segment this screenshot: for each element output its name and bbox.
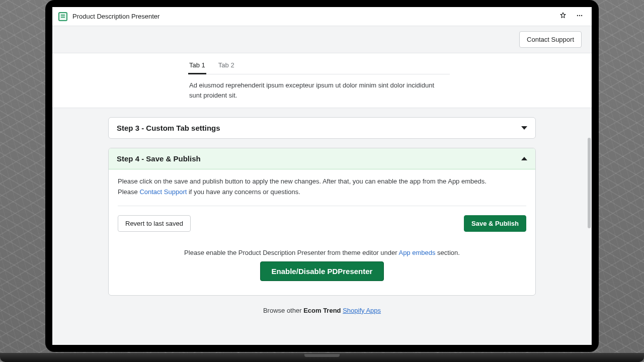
tab-1[interactable]: Tab 1 — [188, 58, 206, 74]
contact-support-button[interactable]: Contact Support — [519, 31, 582, 48]
step3-header[interactable]: Step 3 - Custom Tab settings — [109, 118, 535, 138]
step3-title: Step 3 - Custom Tab settings — [117, 124, 220, 132]
scrollbar-thumb[interactable] — [588, 138, 591, 228]
step3-card: Step 3 - Custom Tab settings — [108, 117, 536, 139]
step4-header[interactable]: Step 4 - Save & Publish — [109, 148, 535, 169]
step4-title: Step 4 - Save & Publish — [117, 154, 201, 163]
header-row: Contact Support — [52, 26, 592, 53]
top-bar: Product Description Presenter — [52, 7, 592, 26]
footer-before: Browse other — [263, 307, 303, 314]
save-publish-button[interactable]: Save & Publish — [464, 215, 526, 232]
svg-point-1 — [579, 15, 580, 16]
tabs-preview-section: Tab 1 Tab 2 Ad eiusmod reprehenderit ips… — [52, 53, 592, 108]
contact-support-link[interactable]: Contact Support — [139, 188, 187, 196]
step4-instructions: Please click on the save and publish but… — [118, 176, 526, 198]
revert-button[interactable]: Revert to last saved — [118, 215, 191, 232]
enable-note-after: section. — [435, 249, 459, 256]
scrollbar-track[interactable] — [588, 37, 591, 340]
step4-line2-before: Please — [118, 188, 139, 196]
pin-icon[interactable] — [557, 10, 569, 23]
tab-2[interactable]: Tab 2 — [217, 58, 235, 74]
step4-body: Please click on the save and publish but… — [109, 169, 535, 295]
chevron-up-icon — [521, 157, 527, 160]
laptop-frame: Product Description Presenter Contact Su… — [45, 0, 599, 352]
app-title: Product Description Presenter — [72, 13, 159, 20]
step4-line1: Please click on the save and publish but… — [118, 177, 487, 185]
tab-content: Ad eiusmod reprehenderit ipsum excepteur… — [188, 74, 440, 101]
footer-line: Browse other Ecom Trend Shopify Apps — [52, 307, 592, 314]
laptop-base — [0, 353, 644, 362]
enable-disable-button[interactable]: Enable/Disable PDPresenter — [260, 261, 384, 281]
tabs-row: Tab 1 Tab 2 — [188, 53, 450, 74]
app-logo-icon — [58, 12, 67, 21]
svg-point-0 — [577, 15, 578, 16]
app-screen: Product Description Presenter Contact Su… — [52, 7, 592, 345]
step4-actions: Revert to last saved Save & Publish — [118, 215, 526, 232]
enable-note-before: Please enable the Product Description Pr… — [184, 249, 398, 256]
footer-brand: Ecom Trend — [303, 307, 341, 314]
app-embeds-link[interactable]: App embeds — [398, 249, 435, 256]
main-area: Step 3 - Custom Tab settings Step 4 - Sa… — [52, 108, 592, 324]
divider — [118, 206, 526, 206]
svg-point-2 — [581, 15, 582, 16]
shopify-apps-link[interactable]: Shopify Apps — [343, 307, 381, 314]
step4-line2-after: if you have any concerns or questions. — [187, 188, 300, 196]
more-icon[interactable] — [574, 10, 586, 23]
step4-card: Step 4 - Save & Publish Please click on … — [108, 148, 536, 296]
chevron-down-icon — [521, 126, 527, 130]
enable-note: Please enable the Product Description Pr… — [118, 249, 526, 256]
